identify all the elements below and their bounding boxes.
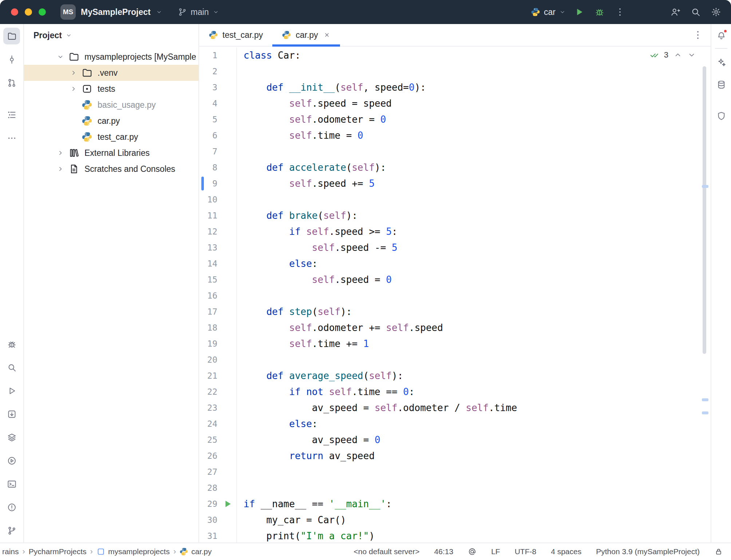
minimize-window-button[interactable] — [25, 8, 32, 16]
previous-problem-icon[interactable] — [673, 51, 682, 59]
status-indent[interactable]: 4 spaces — [551, 547, 581, 556]
breadcrumb-pycharmprojects[interactable]: PycharmProjects — [29, 547, 87, 556]
editor-gutter[interactable]: 1 — [199, 47, 237, 63]
toolwindow-version-control-button[interactable] — [3, 522, 20, 539]
error-stripe-mark[interactable] — [702, 411, 708, 414]
close-window-button[interactable] — [11, 8, 18, 16]
breadcrumb-rains[interactable]: rains — [2, 547, 19, 556]
editor-tab-car-py[interactable]: car.py — [272, 24, 340, 46]
editor-gutter[interactable]: 21 — [199, 368, 237, 384]
tree-item-external-libraries[interactable]: External Libraries — [24, 145, 198, 161]
toolwindow-python-packages-button[interactable] — [3, 406, 20, 422]
project-widget[interactable]: MS MySampleProject — [60, 4, 162, 20]
status-encoding[interactable]: UTF-8 — [515, 547, 537, 556]
editor-scrollbar[interactable] — [703, 66, 706, 354]
editor-gutter[interactable]: 3 — [199, 79, 237, 95]
editor-gutter[interactable]: 28 — [199, 480, 237, 496]
code-line-10[interactable]: 10 — [199, 192, 711, 208]
run-script-icon[interactable] — [222, 499, 233, 509]
toolwindow-problems-button[interactable] — [3, 499, 20, 516]
tab-options-icon[interactable] — [692, 29, 703, 40]
editor-gutter[interactable]: 18 — [199, 320, 237, 336]
editor-gutter[interactable]: 17 — [199, 304, 237, 320]
code-line-26[interactable]: 26 return av_speed — [199, 448, 711, 464]
run-config-selector[interactable]: car — [531, 7, 566, 17]
toolwindow-coverage-button[interactable] — [713, 108, 729, 124]
code-line-27[interactable]: 27 — [199, 464, 711, 480]
editor-gutter[interactable]: 14 — [199, 256, 237, 272]
code-line-19[interactable]: 19 self.time += 1 — [199, 336, 711, 352]
editor-gutter[interactable]: 20 — [199, 352, 237, 368]
code-line-30[interactable]: 30 my_car = Car() — [199, 512, 711, 528]
editor-gutter[interactable]: 29 — [199, 496, 237, 512]
status-line-separator[interactable]: LF — [491, 547, 500, 556]
code-line-18[interactable]: 18 self.odometer += self.speed — [199, 320, 711, 336]
editor-tab-test-car-py[interactable]: test_car.py — [199, 24, 272, 46]
chevron-right-icon[interactable] — [66, 81, 82, 97]
toolwindow-debug-button[interactable] — [3, 336, 20, 352]
code-line-31[interactable]: 31 print("I'm a car!") — [199, 528, 711, 543]
code-line-17[interactable]: 17 def step(self): — [199, 304, 711, 320]
zoom-window-button[interactable] — [39, 8, 46, 16]
tree-item-basic-usage-py[interactable]: basic_usage.py — [24, 97, 198, 113]
chevron-right-icon[interactable] — [52, 145, 68, 161]
code-line-3[interactable]: 3 def __init__(self, speed=0): — [199, 79, 711, 95]
code-line-28[interactable]: 28 — [199, 480, 711, 496]
toolwindow-pull-requests-button[interactable] — [3, 74, 20, 91]
code-line-24[interactable]: 24 else: — [199, 416, 711, 432]
editor-gutter[interactable]: 5 — [199, 111, 237, 127]
more-options-button[interactable] — [611, 4, 629, 20]
status-interpreter[interactable]: Python 3.9 (mySampleProject) — [596, 547, 700, 556]
code-line-4[interactable]: 4 self.speed = speed — [199, 95, 711, 111]
breadcrumb-mysampleprojects[interactable]: mysampleprojects — [96, 547, 170, 556]
editor-gutter[interactable]: 11 — [199, 208, 237, 224]
toolwindow-commit-button[interactable] — [3, 51, 20, 68]
settings-button[interactable] — [707, 4, 725, 20]
code-line-9[interactable]: 9 self.speed += 5 — [199, 176, 711, 192]
next-problem-icon[interactable] — [687, 51, 696, 59]
editor-gutter[interactable]: 9 — [199, 176, 237, 192]
toolwindow-more-tool-windows-button[interactable] — [3, 130, 20, 146]
editor-gutter[interactable]: 24 — [199, 416, 237, 432]
code-line-7[interactable]: 7 — [199, 143, 711, 159]
editor-gutter[interactable]: 2 — [199, 63, 237, 79]
tree-item-mysampleprojects-root[interactable]: mysampleprojects [MySample — [24, 49, 198, 65]
tree-item-test-car-py[interactable]: test_car.py — [24, 129, 198, 145]
status-annotations[interactable] — [468, 547, 477, 556]
code-line-14[interactable]: 14 else: — [199, 256, 711, 272]
search-everywhere-button[interactable] — [687, 4, 705, 20]
toolwindow-find-button[interactable] — [3, 359, 20, 376]
editor-gutter[interactable]: 27 — [199, 464, 237, 480]
code-line-20[interactable]: 20 — [199, 352, 711, 368]
tree-item-car-py[interactable]: car.py — [24, 113, 198, 129]
code-line-11[interactable]: 11 def brake(self): — [199, 208, 711, 224]
code-line-29[interactable]: 29if __name__ == '__main__': — [199, 496, 711, 512]
toolwindow-python-console-button[interactable] — [3, 452, 20, 469]
chevron-right-icon[interactable] — [66, 65, 82, 81]
editor-gutter[interactable]: 10 — [199, 192, 237, 208]
status-caret-position[interactable]: 46:13 — [434, 547, 454, 556]
editor-gutter[interactable]: 19 — [199, 336, 237, 352]
code-line-25[interactable]: 25 av_speed = 0 — [199, 432, 711, 448]
code-editor[interactable]: 1class Car:23 def __init__(self, speed=0… — [199, 47, 711, 543]
code-line-6[interactable]: 6 self.time = 0 — [199, 127, 711, 143]
status-default-server[interactable]: <no default server> — [354, 547, 420, 556]
code-line-2[interactable]: 2 — [199, 63, 711, 79]
editor-gutter[interactable]: 7 — [199, 143, 237, 159]
editor-gutter[interactable]: 8 — [199, 159, 237, 176]
code-line-8[interactable]: 8 def accelerate(self): — [199, 159, 711, 176]
editor-gutter[interactable]: 26 — [199, 448, 237, 464]
branch-widget[interactable]: main — [178, 7, 219, 17]
toolwindow-services-button[interactable] — [3, 429, 20, 446]
editor-gutter[interactable]: 6 — [199, 127, 237, 143]
code-line-15[interactable]: 15 self.speed = 0 — [199, 272, 711, 288]
toolwindow-ai-assistant-button[interactable] — [713, 54, 729, 70]
tree-item-tests[interactable]: tests — [24, 81, 198, 97]
code-with-me-button[interactable] — [666, 4, 684, 20]
toolwindow-run-button[interactable] — [3, 382, 20, 399]
code-line-5[interactable]: 5 self.odometer = 0 — [199, 111, 711, 127]
editor-gutter[interactable]: 15 — [199, 272, 237, 288]
code-line-1[interactable]: 1class Car: — [199, 47, 711, 63]
code-line-13[interactable]: 13 self.speed -= 5 — [199, 240, 711, 256]
code-line-23[interactable]: 23 av_speed = self.odometer / self.time — [199, 400, 711, 416]
